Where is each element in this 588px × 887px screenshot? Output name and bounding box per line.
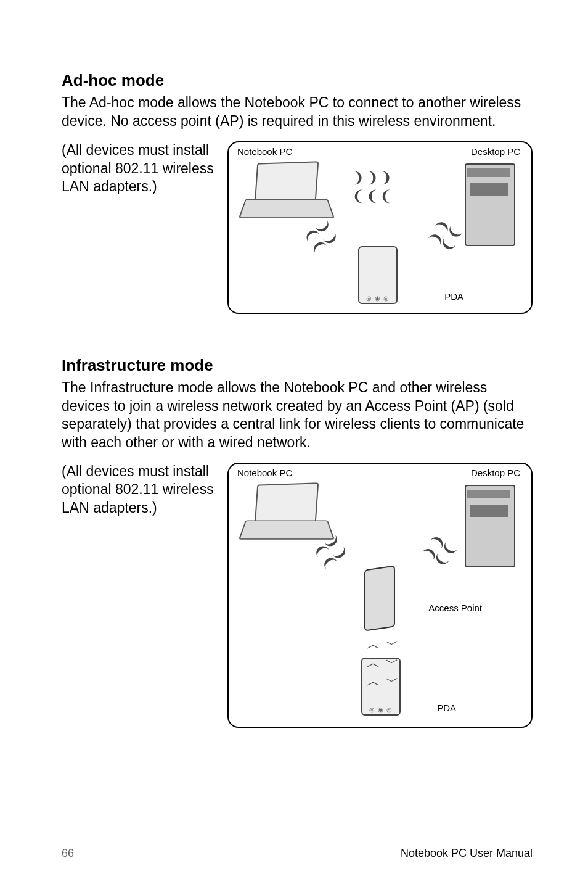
label-pda: PDA [437,703,456,713]
desktop-icon [465,485,515,567]
infra-text: The Infrastructure mode allows the Noteb… [62,379,533,452]
access-point-icon [364,565,395,631]
adhoc-title: Ad-hoc mode [62,71,533,90]
arrow-icon: ︿︿︿ [367,635,380,691]
infra-diagram: Notebook PC Desktop PC Access Point PDA … [227,463,533,728]
label-notebook: Notebook PC [237,146,292,157]
wave-icon: ❩ ❩ ❩ [352,171,391,184]
laptop-icon [242,484,329,545]
pda-icon [358,246,398,304]
adhoc-note: (All devices must install optional 802.1… [62,141,219,196]
desktop-icon [465,163,515,246]
arrow-icon: ﹀﹀﹀ [385,635,399,691]
infra-title: Infrastructure mode [62,356,533,375]
label-pda: PDA [444,291,463,302]
wave-icon: ❨ ❨ ❨ [352,189,391,203]
adhoc-diagram: Notebook PC Desktop PC PDA ❩ ❩ ❩ ❨ ❨ ❨ ❩… [227,141,533,314]
manual-title: Notebook PC User Manual [401,847,533,860]
wave-icon: ❩ ❩❨ ❨ [420,534,457,569]
label-notebook: Notebook PC [237,468,292,478]
page-number: 66 [62,847,74,860]
page-footer: 66 Notebook PC User Manual [0,843,588,860]
label-ap: Access Point [428,603,482,613]
adhoc-text: The Ad-hoc mode allows the Notebook PC t… [62,94,533,130]
label-desktop: Desktop PC [471,146,520,157]
laptop-icon [242,162,329,224]
infra-note: (All devices must install optional 802.1… [62,463,219,517]
label-desktop: Desktop PC [471,468,520,478]
wave-icon: ❩ ❩❨ ❨ [427,218,463,254]
